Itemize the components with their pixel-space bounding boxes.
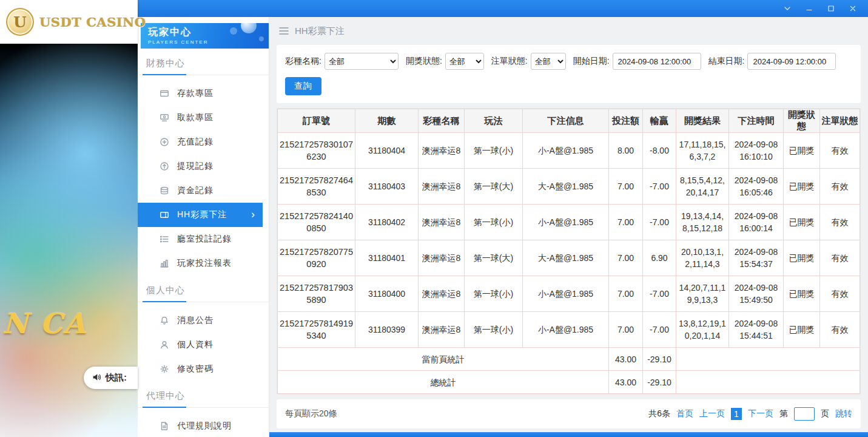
table-cell: 14,20,7,11,19,9,13,3 [676,276,729,312]
sidebar-item-label: 代理規則說明 [177,421,232,432]
end-date-label: 結束日期: [708,56,745,67]
prev-page-link[interactable]: 上一页 [699,408,725,419]
query-button[interactable]: 查詢 [285,77,321,95]
pager: 共6条 首页 上一页 1 下一页 第 页 跳转 [648,407,852,421]
table-row: 215217257820775092031180401澳洲幸运8第一球(大)大-… [278,240,860,276]
withdrawal-record-icon [160,161,169,171]
total-count: 共6条 [648,408,670,419]
sidebar-item-fund-record[interactable]: 資金記錄 [138,178,269,203]
sidebar-item-deposit[interactable]: 存款專區 [138,81,269,106]
table-cell: 小-A盤@1.985 [523,205,609,240]
table-cell: 有效 [820,133,860,169]
table-cell: 有效 [820,205,860,240]
chevron-right-icon: › [251,209,255,220]
start-date-input[interactable] [613,53,701,70]
page-jump-input[interactable] [794,407,815,421]
app-window: U USDT CASINO N CA 快訊: 玩家中心 PLAYERS CENT… [0,0,868,437]
table-cell: 31180401 [355,240,419,276]
table-cell: 小-A盤@1.985 [523,276,609,312]
sidebar-header: 玩家中心 PLAYERS CENTER [141,23,269,49]
chevron-down-icon[interactable] [781,2,794,15]
jump-button[interactable]: 跳转 [835,408,852,419]
table-cell: 31180404 [355,133,419,169]
sidebar-item-withdraw[interactable]: 取款專區 [138,106,269,130]
table-cell: 已開獎 [784,169,820,205]
first-page-link[interactable]: 首页 [676,408,693,419]
quick-news-label: 快訊: [106,372,127,384]
sidebar-item-change-password[interactable]: 修改密碼 [138,357,269,381]
filter-panel: 彩種名稱: 全部 開獎狀態: 全部 注單狀態: 全部 開始日期: 結束日期: 查… [277,45,861,103]
close-icon[interactable] [846,2,860,15]
sidebar-nav: 財務中心存款專區取款專區充值記錄提現記錄資金記錄HH彩票下注›廳室投註記錄玩家投… [138,49,269,437]
sidebar-item-announcements[interactable]: 消息公告 [138,308,269,333]
sidebar-item-withdrawal-record[interactable]: 提現記錄 [138,154,269,178]
table-cell: 31180400 [355,276,419,312]
minimize-icon[interactable] [802,2,816,15]
table-cell: -8.00 [643,133,676,169]
room-record-icon [160,234,169,244]
table-cell: 17,11,18,15,6,3,7,2 [676,133,729,169]
menu-toggle-icon[interactable] [279,27,289,35]
sidebar-item-room-bet-record[interactable]: 廳室投註記錄 [138,227,269,251]
pagination-bar: 每頁顯示20條 共6条 首页 上一页 1 下一页 第 页 跳转 [277,399,861,429]
gear-icon [160,364,169,374]
table-cell: 31180402 [355,205,419,240]
sidebar-item-player-bet-report[interactable]: 玩家投注報表 [138,251,269,276]
next-page-link[interactable]: 下一页 [748,408,773,419]
table-row: 215217257830107623031180404澳洲幸运8第一球(小)小-… [278,133,860,169]
table-row: 215217257814919534031180399澳洲幸运8第一球(小)小-… [278,312,860,348]
column-header: 下注時間 [729,109,784,133]
sidebar-item-profile[interactable]: 個人資料 [138,333,269,357]
column-header: 輸贏 [643,109,676,133]
report-icon [160,259,169,268]
content-row: 玩家中心 PLAYERS CENTER 財務中心存款專區取款專區充值記錄提現記錄… [138,17,868,437]
sidebar-item-label: 個人資料 [177,339,214,350]
draw-status-select[interactable]: 全部 [445,53,484,70]
stats-empty [676,371,860,394]
sidebar-item-hh-lottery-bet[interactable]: HH彩票下注› [138,203,263,227]
sidebar-item-label: 取款專區 [177,112,214,123]
column-header: 訂單號 [278,109,355,133]
table-cell: 6.90 [643,240,676,276]
order-status-select[interactable]: 全部 [531,53,566,70]
recharge-record-icon [160,137,169,147]
jump-prefix-label: 第 [779,408,788,419]
table-cell: 31180403 [355,169,419,205]
table-cell: 2024-09-08 16:05:46 [729,169,784,205]
sidebar-item-label: 修改密碼 [177,364,214,374]
sidebar-item-agent-rules[interactable]: 代理規則說明 [138,414,269,437]
table-cell: 7.00 [609,205,643,240]
sidebar-item-recharge-record[interactable]: 充值記錄 [138,130,269,154]
total-stats-row: 總統計43.00-29.10 [278,371,860,394]
stats-winloss-total: -29.10 [643,371,676,394]
table-cell: 已開獎 [784,276,820,312]
table-cell: -7.00 [643,312,676,348]
quick-news-button[interactable]: 快訊: [84,367,138,389]
stats-bet-total: 43.00 [609,371,643,394]
sidebar-item-label: HH彩票下注 [177,209,227,220]
table-cell: 已開獎 [784,240,820,276]
table-cell: 第一球(大) [465,240,523,276]
right-panel: 玩家中心 PLAYERS CENTER 財務中心存款專區取款專區充值記錄提現記錄… [138,0,868,437]
current-page[interactable]: 1 [731,408,742,420]
deposit-icon [160,89,169,98]
table-row: 215217257824140085031180402澳洲幸运8第一球(小)小-… [278,205,860,240]
lottery-type-select[interactable]: 全部 [325,53,399,70]
lottery-ticket-icon [160,210,169,220]
table-cell: 已開獎 [784,205,820,240]
column-header: 注單狀態 [820,109,860,133]
table-cell: 小-A盤@1.985 [523,133,609,169]
lottery-type-label: 彩種名稱: [285,56,321,67]
table-cell: 第一球(大) [465,169,523,205]
end-date-input[interactable] [747,53,836,70]
sidebar: 玩家中心 PLAYERS CENTER 財務中心存款專區取款專區充值記錄提現記錄… [138,17,269,437]
maximize-icon[interactable] [824,2,838,15]
table-cell: 2152172578179035890 [278,276,355,312]
sidebar-item-label: 提現記錄 [177,161,214,172]
table-cell: 有效 [820,312,860,348]
bet-table: 訂單號期數彩種名稱玩法下注信息投注額輸贏開獎結果下注時間開獎狀態注單狀態 215… [277,108,861,395]
section-title: 代理中心 [138,381,269,408]
table-cell: 已開獎 [784,312,820,348]
table-cell: 7.00 [609,312,643,348]
page-stats-row: 當前頁統計43.00-29.10 [278,348,860,371]
